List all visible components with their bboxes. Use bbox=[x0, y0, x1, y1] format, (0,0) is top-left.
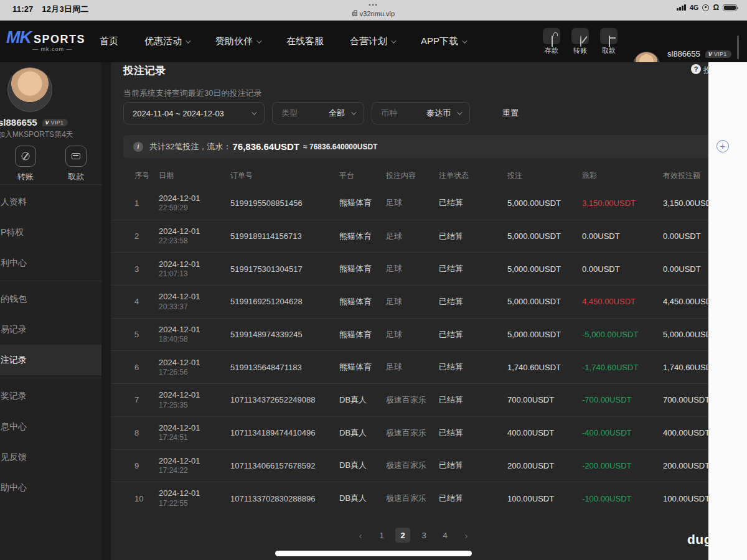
sidebar-action-转账[interactable]: 转账 bbox=[15, 146, 36, 182]
quick-action-转账[interactable]: 转账 bbox=[571, 28, 589, 55]
sidebar-item-的钱包[interactable]: 的钱包 bbox=[0, 284, 101, 314]
cell-date: 2024-12-0120:33:37 bbox=[159, 292, 230, 311]
cell-order-number: 1071134372652249088 bbox=[230, 395, 339, 404]
sidebar-item-人资料[interactable]: 人资料 bbox=[0, 187, 101, 217]
sidebar-item-利中心[interactable]: 利中心 bbox=[0, 248, 101, 278]
sidebar-action-label: 转账 bbox=[17, 171, 34, 182]
cell-date: 2024-12-0122:23:58 bbox=[159, 226, 230, 246]
quick-action-取款[interactable]: 取款 bbox=[600, 28, 618, 55]
sidebar-item-助中心[interactable]: 助中心 bbox=[0, 472, 101, 503]
date-range-select[interactable]: 2024-11-04 ~ 2024-12-03 bbox=[123, 102, 265, 124]
cell-payout: -5,000.00USDT bbox=[582, 330, 663, 339]
cell-date-time: 17:26:56 bbox=[159, 368, 230, 377]
cell-bet-content: 足球 bbox=[386, 362, 439, 373]
cell-bet-amount: 5,000.00USDT bbox=[507, 297, 582, 306]
cell-order-number: 5199175301304517 bbox=[230, 264, 339, 274]
sidebar-item-奖记录[interactable]: 奖记录 bbox=[0, 381, 101, 411]
column-header: 订单号 bbox=[230, 170, 339, 181]
browser-address-bar[interactable]: v32nmu.vip bbox=[0, 10, 747, 17]
summary-text: 共计32笔投注，流水： bbox=[149, 141, 231, 152]
brand-logo[interactable]: MK SPORTS — mk.com — bbox=[6, 28, 81, 52]
quick-action-存款[interactable]: 存款 bbox=[543, 28, 560, 55]
cell-platform: 熊猫体育 bbox=[339, 263, 386, 274]
sidebar-item-P特权[interactable]: P特权 bbox=[0, 217, 101, 248]
page-button-1[interactable]: 1 bbox=[374, 528, 389, 543]
page-button-4[interactable]: 4 bbox=[438, 528, 453, 543]
tab-dots[interactable]: ••• bbox=[0, 2, 747, 8]
chevron-down-icon bbox=[462, 38, 467, 43]
currency-select[interactable]: 币种 泰达币 bbox=[372, 102, 470, 124]
scrollbar-thumb[interactable] bbox=[737, 35, 739, 59]
cell-bet-amount: 5,000.00USDT bbox=[507, 231, 582, 241]
cell-no: 1 bbox=[134, 198, 159, 208]
cell-bet-content: 极速百家乐 bbox=[386, 427, 439, 439]
sidebar-action-取款[interactable]: 取款 bbox=[65, 146, 87, 182]
nav-item-2[interactable]: 优惠活动 bbox=[144, 35, 189, 47]
vip-logo-icon: V bbox=[708, 51, 712, 57]
cell-status: 已结算 bbox=[439, 493, 507, 504]
battery-icon bbox=[723, 4, 737, 11]
cell-status: 已结算 bbox=[439, 263, 507, 274]
nav-item-5[interactable]: 合营计划 bbox=[350, 35, 395, 47]
sidebar-actions: 转账取款 bbox=[0, 146, 101, 182]
cell-order-number: 5199135648471183 bbox=[230, 363, 339, 372]
cell-bet-content: 足球 bbox=[386, 231, 439, 242]
withdraw-icon bbox=[72, 153, 80, 159]
home-indicator[interactable] bbox=[275, 551, 472, 556]
cell-date-time: 22:23:58 bbox=[159, 236, 230, 246]
cell-order-number: 1071133702830288896 bbox=[230, 494, 339, 503]
sidebar-item-注记录[interactable]: 注记录 bbox=[0, 345, 101, 375]
cell-order-number: 5199169251204628 bbox=[230, 297, 339, 306]
cell-platform: 熊猫体育 bbox=[339, 362, 386, 373]
cell-no: 5 bbox=[134, 330, 159, 339]
withdraw-icon bbox=[600, 28, 618, 44]
nav-item-3[interactable]: 赞助伙伴 bbox=[215, 35, 260, 47]
withdraw-icon bbox=[609, 35, 610, 47]
nav-item-1[interactable]: 首页 bbox=[100, 35, 118, 47]
prev-page-button[interactable]: ‹ bbox=[353, 528, 368, 543]
cell-status: 已结算 bbox=[439, 296, 507, 307]
withdraw-icon bbox=[65, 146, 87, 167]
headphones-icon: Ω bbox=[713, 4, 719, 11]
cell-bet-amount: 5,000.00USDT bbox=[507, 264, 582, 274]
page-button-3[interactable]: 3 bbox=[416, 528, 431, 543]
sidebar-item-见反馈[interactable]: 见反馈 bbox=[0, 442, 101, 472]
cell-payout: 4,450.00USDT bbox=[582, 297, 663, 306]
cell-order-number: 5199195508851456 bbox=[230, 198, 339, 208]
quick-action-label: 存款 bbox=[545, 46, 558, 55]
help-icon[interactable]: ? bbox=[691, 64, 701, 74]
cell-payout: -700.00USDT bbox=[582, 395, 663, 404]
cell-platform: 熊猫体育 bbox=[339, 296, 386, 307]
add-floating-button[interactable]: + bbox=[716, 140, 729, 152]
chevron-down-icon bbox=[256, 38, 261, 43]
cell-date-time: 22:59:29 bbox=[159, 203, 230, 213]
sidebar-item-息中心[interactable]: 息中心 bbox=[0, 411, 101, 442]
vip-level: VIP1 bbox=[51, 119, 64, 126]
sidebar: sl886655 VVIP1 加入MKSPORTS第4天 转账取款 人资料P特权… bbox=[0, 62, 101, 560]
nav-item-4[interactable]: 在线客服 bbox=[286, 35, 324, 47]
reset-button[interactable]: 重置 bbox=[502, 108, 519, 119]
nav-item-label: 优惠活动 bbox=[144, 35, 182, 47]
cell-no: 10 bbox=[134, 494, 159, 503]
nav-menu: 首页优惠活动赞助伙伴在线客服合营计划APP下载 bbox=[100, 21, 466, 62]
pagination: ‹1234› bbox=[111, 528, 716, 543]
page-subtitle: 当前系统支持查询最近30日的投注记录 bbox=[123, 88, 261, 99]
vip-level: VIP1 bbox=[714, 51, 727, 57]
cell-date: 2024-12-0117:24:51 bbox=[159, 423, 230, 442]
sidebar-item-易记录[interactable]: 易记录 bbox=[0, 314, 101, 345]
nav-item-label: 首页 bbox=[100, 35, 118, 47]
network-label: 4G bbox=[690, 4, 699, 11]
nav-item-label: 赞助伙伴 bbox=[215, 35, 253, 47]
nav-item-6[interactable]: APP下载 bbox=[421, 35, 466, 47]
divider bbox=[0, 281, 101, 281]
cell-date-day: 2024-12-01 bbox=[159, 358, 230, 368]
cell-date-time: 17:24:51 bbox=[159, 433, 230, 442]
logo-sports: SPORTS bbox=[34, 33, 85, 46]
logo-domain: — mk.com — bbox=[32, 46, 81, 52]
next-page-button[interactable]: › bbox=[459, 528, 474, 543]
page-button-2[interactable]: 2 bbox=[395, 528, 410, 543]
divider bbox=[0, 378, 101, 378]
type-select[interactable]: 类型 全部 bbox=[272, 102, 364, 124]
top-nav: MK SPORTS — mk.com — 首页优惠活动赞助伙伴在线客服合营计划A… bbox=[0, 21, 747, 62]
cell-date-day: 2024-12-01 bbox=[159, 226, 230, 236]
